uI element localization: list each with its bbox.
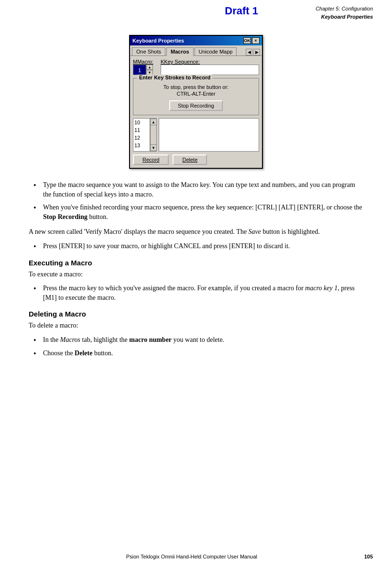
bullet-item: Press the macro key to which you've assi… xyxy=(29,284,363,302)
tab-unicode-mapp[interactable]: Unicode Mapp xyxy=(195,47,237,55)
keyseq-display-box xyxy=(159,118,259,152)
bullet-item: In the Macros tab, highlight the macro n… xyxy=(29,335,363,345)
scroll-up-btn[interactable]: ▲ xyxy=(150,119,157,125)
screenshot-area: Keyboard Properties OK × One Shots Macro… xyxy=(29,35,363,169)
bullet-list-3: Press the macro key to which you've assi… xyxy=(29,284,363,302)
bullet-list-4: In the Macros tab, highlight the macro n… xyxy=(29,335,363,358)
list-item: 10 xyxy=(133,119,150,126)
ok-button[interactable]: OK xyxy=(243,37,251,44)
enter-keystrokes-legend: Enter Key Strokes to Record xyxy=(137,75,212,80)
list-item: 13 xyxy=(133,142,150,149)
field-row: MMacro: 1 ▲ ▼ KKey Sequence: xyxy=(133,59,259,75)
list-item: 11 xyxy=(133,126,150,134)
macro-number: 1 xyxy=(133,65,146,75)
chapter-line: Chapter 5: Configuration xyxy=(316,5,373,13)
dialog-body: MMacro: 1 ▲ ▼ KKey Sequence: xyxy=(130,55,262,168)
list-item: 12 xyxy=(133,134,150,142)
page-footer: Psion Teklogix Omnii Hand-Held Computer … xyxy=(0,554,392,559)
footer-text: Psion Teklogix Omnii Hand-Held Computer … xyxy=(19,554,364,559)
tab-one-shots[interactable]: One Shots xyxy=(132,47,165,55)
dialog-bottom-buttons: Record Delete xyxy=(133,154,259,165)
content-area: Keyboard Properties OK × One Shots Macro… xyxy=(0,21,392,383)
draft-title: Draft 1 xyxy=(167,5,316,17)
deleting-heading: Deleting a Macro xyxy=(29,310,363,318)
bullet-item: When you've finished recording your macr… xyxy=(29,203,363,221)
macro-input-area: 1 ▲ ▼ xyxy=(133,65,157,75)
stop-shortcut: CTRL-ALT-Enter xyxy=(137,91,255,97)
bullet-list-1: Type the macro sequence you want to assi… xyxy=(29,180,363,221)
footer-page: 105 xyxy=(364,554,373,559)
chapter-info: Chapter 5: Configuration Keyboard Proper… xyxy=(316,5,373,21)
executing-intro: To execute a macro: xyxy=(29,270,363,279)
bullet-item: Press [ENTER] to save your macro, or hig… xyxy=(29,241,363,251)
list-scrollbar: ▲ ▼ xyxy=(150,118,157,152)
list-box-wrap: 10 11 12 13 ▲ ▼ xyxy=(133,118,157,152)
enter-keystrokes-content: To stop, press the button or: CTRL-ALT-E… xyxy=(133,78,259,115)
dialog-title: Keyboard Properties xyxy=(132,38,184,44)
section-line: Keyboard Properties xyxy=(316,13,373,21)
tab-nav: ◀ ▶ xyxy=(246,49,260,55)
bullet-item: Type the macro sequence you want to assi… xyxy=(29,180,363,199)
stop-instruction: To stop, press the button or: xyxy=(137,84,255,90)
executing-heading: Executing a Macro xyxy=(29,259,363,267)
enter-keystrokes-group: Enter Key Strokes to Record To stop, pre… xyxy=(133,78,259,115)
para-1: A new screen called 'Verify Macro' displ… xyxy=(29,227,363,237)
dialog-titlebar: Keyboard Properties OK × xyxy=(130,36,262,45)
record-button[interactable]: Record xyxy=(133,154,169,165)
tab-macros[interactable]: Macros xyxy=(166,47,194,56)
spinner-up[interactable]: ▲ xyxy=(146,65,153,70)
tab-next-btn[interactable]: ▶ xyxy=(253,49,260,55)
list-area: 10 11 12 13 ▲ ▼ xyxy=(133,118,259,152)
titlebar-buttons: OK × xyxy=(243,37,260,44)
macro-spinner: ▲ ▼ xyxy=(146,65,153,75)
deleting-intro: To delete a macro: xyxy=(29,321,363,330)
keyseq-label: KKey Sequence: xyxy=(161,59,259,65)
delete-button[interactable]: Delete xyxy=(173,154,207,165)
stop-recording-button[interactable]: Stop Recording xyxy=(169,100,223,111)
close-button[interactable]: × xyxy=(252,37,260,44)
tab-prev-btn[interactable]: ◀ xyxy=(246,49,252,55)
macro-label: MMacro: xyxy=(133,59,157,65)
bullet-list-2: Press [ENTER] to save your macro, or hig… xyxy=(29,241,363,251)
bullet-item: Choose the Delete button. xyxy=(29,349,363,358)
keyseq-col: KKey Sequence: xyxy=(161,59,259,75)
keyseq-input[interactable] xyxy=(161,65,259,75)
macro-col: MMacro: 1 ▲ ▼ xyxy=(133,59,157,75)
keyboard-properties-dialog: Keyboard Properties OK × One Shots Macro… xyxy=(129,35,263,169)
macro-list[interactable]: 10 11 12 13 xyxy=(133,118,150,152)
scroll-down-btn[interactable]: ▼ xyxy=(150,144,157,151)
page-header: Draft 1 Chapter 5: Configuration Keyboar… xyxy=(0,0,392,21)
dialog-tabs: One Shots Macros Unicode Mapp ◀ ▶ xyxy=(130,45,262,55)
